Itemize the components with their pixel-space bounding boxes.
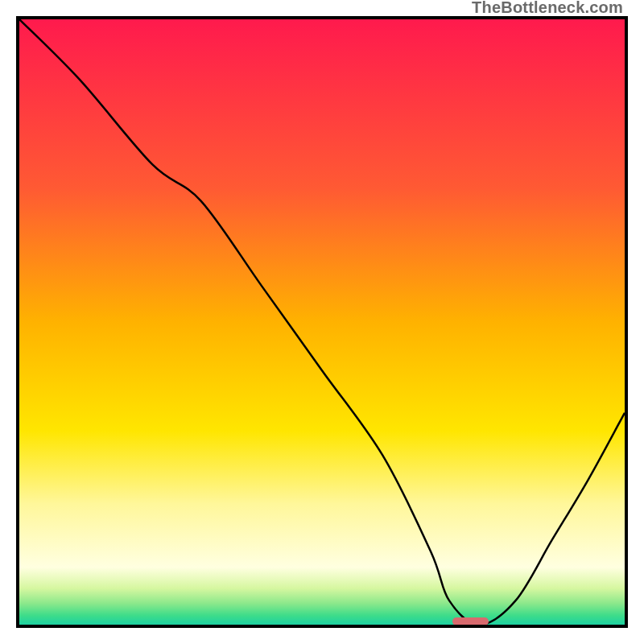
bottleneck-curve xyxy=(19,19,625,625)
plot-area xyxy=(16,16,628,628)
chart-frame: TheBottleneck.com xyxy=(0,0,644,644)
optimal-range-marker xyxy=(452,617,489,625)
watermark-text: TheBottleneck.com xyxy=(472,0,623,17)
curve-layer xyxy=(19,19,625,625)
